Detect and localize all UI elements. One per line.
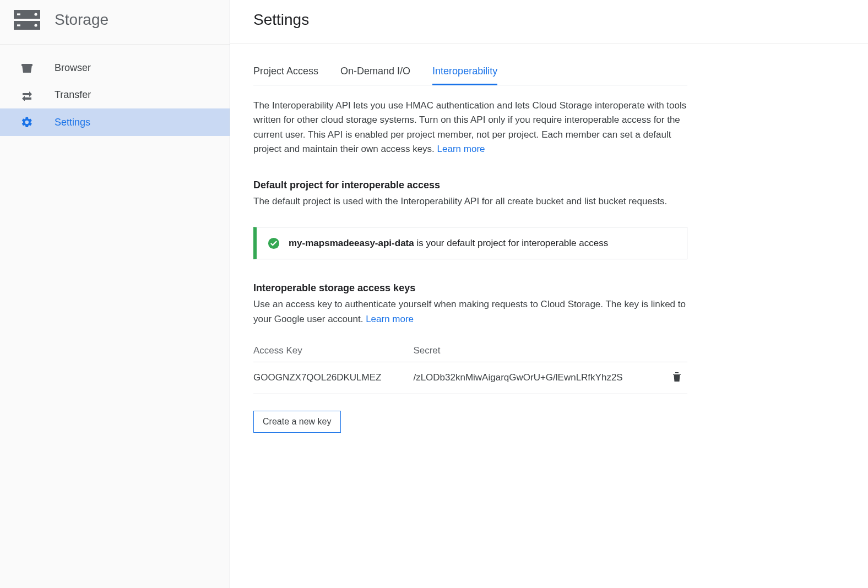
cell-access-key: GOOGNZX7QOL26DKULMEZ bbox=[253, 362, 413, 394]
sidebar-item-transfer[interactable]: Transfer bbox=[0, 81, 230, 108]
sidebar-item-settings[interactable]: Settings bbox=[0, 108, 230, 136]
tab-interoperability[interactable]: Interoperability bbox=[432, 66, 497, 85]
default-project-notice: my-mapsmadeeasy-api-data is your default… bbox=[253, 227, 687, 260]
storage-icon bbox=[14, 10, 40, 30]
svg-point-5 bbox=[34, 24, 37, 26]
trash-icon[interactable] bbox=[672, 374, 682, 384]
create-key-button[interactable]: Create a new key bbox=[253, 411, 341, 433]
tabs: Project Access On-Demand I/O Interoperab… bbox=[253, 66, 687, 85]
sidebar-item-label: Transfer bbox=[55, 89, 91, 101]
notice-text: my-mapsmadeeasy-api-data is your default… bbox=[289, 236, 608, 251]
svg-rect-1 bbox=[17, 13, 20, 15]
main-header: Settings bbox=[230, 0, 868, 43]
main: Settings Project Access On-Demand I/O In… bbox=[230, 0, 868, 588]
transfer-icon bbox=[19, 90, 35, 101]
check-circle-icon bbox=[268, 237, 280, 249]
notice-rest: is your default project for interoperabl… bbox=[414, 238, 608, 248]
default-project-desc: The default project is used with the Int… bbox=[253, 194, 687, 209]
sidebar-item-label: Browser bbox=[55, 62, 91, 74]
sidebar-header: Storage bbox=[0, 0, 230, 45]
intro-learn-more-link[interactable]: Learn more bbox=[437, 144, 485, 154]
tab-on-demand-io[interactable]: On-Demand I/O bbox=[340, 66, 410, 85]
sidebar-item-browser[interactable]: Browser bbox=[0, 55, 230, 81]
access-keys-heading: Interoperable storage access keys bbox=[253, 282, 687, 294]
page-title: Settings bbox=[230, 0, 868, 43]
default-project-heading: Default project for interoperable access bbox=[253, 179, 687, 191]
table-row: GOOGNZX7QOL26DKULMEZ /zLODb32knMiwAigarq… bbox=[253, 362, 687, 394]
col-secret: Secret bbox=[413, 340, 671, 362]
notice-project-name: my-mapsmadeeasy-api-data bbox=[289, 238, 414, 248]
svg-point-2 bbox=[34, 13, 37, 15]
svg-rect-4 bbox=[17, 24, 20, 26]
access-keys-desc-text: Use an access key to authenticate yourse… bbox=[253, 299, 686, 324]
intro-text: The Interoperability API lets you use HM… bbox=[253, 99, 687, 156]
access-keys-learn-more-link[interactable]: Learn more bbox=[366, 314, 414, 324]
gear-icon bbox=[19, 116, 35, 128]
keys-table: Access Key Secret GOOGNZX7QOL26DKULMEZ /… bbox=[253, 340, 687, 394]
svg-rect-6 bbox=[21, 64, 32, 66]
access-keys-desc: Use an access key to authenticate yourse… bbox=[253, 297, 687, 326]
sidebar: Storage Browser Transfer Settings bbox=[0, 0, 230, 588]
tab-project-access[interactable]: Project Access bbox=[253, 66, 318, 85]
sidebar-item-label: Settings bbox=[55, 117, 90, 128]
sidebar-title: Storage bbox=[55, 11, 109, 29]
cell-secret: /zLODb32knMiwAigarqGwOrU+G/lEwnLRfkYhz2S bbox=[413, 362, 671, 394]
col-access-key: Access Key bbox=[253, 340, 413, 362]
sidebar-nav: Browser Transfer Settings bbox=[0, 45, 230, 136]
bucket-icon bbox=[19, 63, 35, 74]
